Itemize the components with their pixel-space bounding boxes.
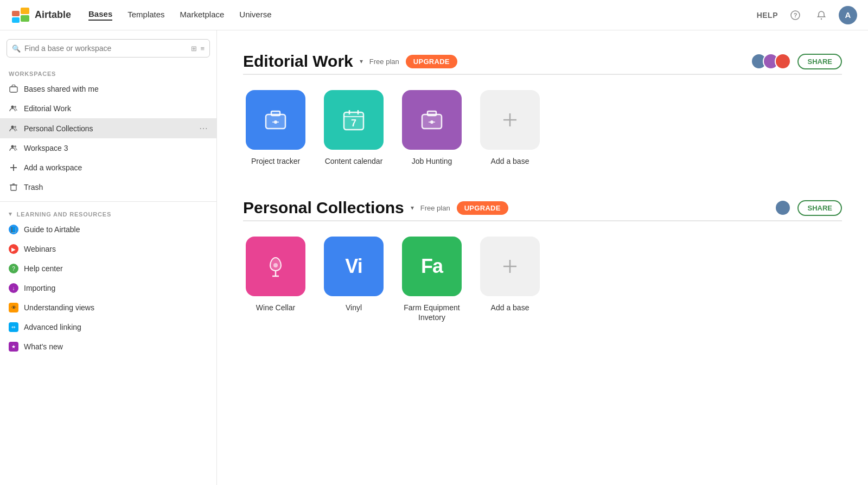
sidebar-item-importing[interactable]: ↓ Importing [0, 278, 216, 298]
base-card-icon-vinyl: Vi [324, 237, 384, 296]
base-card-icon-job-hunting [402, 90, 462, 150]
learning-item-label: Importing [24, 284, 55, 292]
people-icon [9, 124, 18, 133]
svg-rect-7 [10, 87, 17, 92]
workspaces-header: WORKSPACES [0, 66, 216, 79]
base-card-vinyl[interactable]: Vi Vinyl [321, 237, 386, 322]
base-card-label: Wine Cellar [256, 303, 295, 312]
free-plan-badge: Free plan [420, 204, 450, 212]
nav-marketplace[interactable]: Marketplace [180, 10, 225, 20]
svg-rect-1 [21, 8, 29, 14]
section-divider [243, 74, 842, 75]
base-card-add-personal[interactable]: Add a base [477, 237, 542, 322]
workspace-dropdown-icon[interactable]: ▾ [411, 204, 414, 212]
search-input[interactable] [7, 39, 210, 58]
personal-collections-header: Personal Collections ▾ Free plan UPGRADE… [243, 199, 842, 217]
avatar [775, 53, 791, 69]
workspace-dropdown-icon[interactable]: ▾ [360, 58, 363, 65]
search-icon: 🔍 [12, 44, 21, 53]
logo[interactable]: Airtable [11, 5, 71, 25]
sidebar-item-whats-new[interactable]: ★ What's new [0, 337, 216, 356]
sidebar-item-webinars[interactable]: ▶ Webinars [0, 239, 216, 259]
nav-links: Bases Templates Marketplace Universe [88, 9, 739, 21]
base-card-farm-equipment[interactable]: Fa Farm Equipment Invetory [399, 237, 464, 322]
avatar-group [751, 53, 791, 69]
importing-icon: ↓ [9, 283, 18, 293]
sidebar-item-label: Editorial Work [24, 104, 208, 113]
upgrade-button[interactable]: UPGRADE [406, 55, 457, 68]
sidebar-item-guide[interactable]: 📘 Guide to Airtable [0, 220, 216, 239]
grid-view-icon[interactable]: ⊞ [191, 44, 197, 53]
topnav-right: HELP ? A [757, 6, 857, 24]
svg-rect-20 [271, 111, 280, 116]
sidebar-item-add-workspace[interactable]: Add a workspace [0, 158, 216, 177]
learning-item-label: Webinars [24, 245, 56, 253]
personal-bases-grid: Wine Cellar Vi Vinyl Fa Farm Equipment I… [243, 237, 842, 322]
learning-header[interactable]: ▾ LEARNING AND RESOURCES [0, 206, 216, 220]
sidebar-item-label: Personal Collections [24, 124, 194, 133]
sidebar-divider [0, 201, 216, 202]
sidebar-item-views[interactable]: 👁 Understanding views [0, 298, 216, 317]
sidebar-item-linking[interactable]: ⇔ Advanced linking [0, 317, 216, 337]
sidebar-item-personal-collections[interactable]: Personal Collections ⋯ [0, 118, 216, 138]
base-card-label: Add a base [491, 156, 529, 166]
whats-new-icon: ★ [9, 342, 18, 352]
base-card-wine-cellar[interactable]: Wine Cellar [243, 237, 308, 322]
base-card-content-calendar[interactable]: 7 Content calendar [321, 90, 386, 166]
sidebar-item-help[interactable]: ? Help center [0, 259, 216, 278]
base-initial: Fa [421, 255, 443, 278]
share-button[interactable]: SHARE [797, 200, 842, 216]
help-icon-button[interactable]: ? [787, 7, 804, 24]
sidebar-item-trash[interactable]: Trash [0, 177, 216, 197]
sidebar-item-label: Bases shared with me [24, 85, 208, 93]
base-card-label: Job Hunting [412, 156, 452, 166]
user-avatar[interactable]: A [839, 6, 857, 24]
sidebar-item-bases-shared[interactable]: Bases shared with me [0, 79, 216, 99]
share-icon [9, 84, 18, 94]
sidebar-item-label: Add a workspace [24, 163, 208, 172]
sidebar-item-editorial-work[interactable]: Editorial Work [0, 99, 216, 118]
guide-icon: 📘 [9, 225, 18, 234]
nav-universe[interactable]: Universe [239, 10, 271, 20]
nav-bases[interactable]: Bases [88, 9, 112, 21]
app-body: 🔍 ⊞ ≡ WORKSPACES Bases shared with me Ed… [0, 30, 868, 485]
trash-icon [9, 182, 18, 192]
base-card-project-tracker[interactable]: Project tracker [243, 90, 308, 166]
base-card-job-hunting[interactable]: Job Hunting [399, 90, 464, 166]
editorial-bases-grid: Project tracker 7 Content calendar [243, 90, 842, 166]
svg-point-12 [11, 145, 14, 148]
nav-templates[interactable]: Templates [127, 10, 164, 20]
free-plan-badge: Free plan [369, 58, 399, 66]
learning-item-label: Help center [24, 264, 63, 273]
search-container: 🔍 ⊞ ≡ [7, 39, 210, 58]
personal-collections-title: Personal Collections [243, 199, 404, 217]
workspace-header-right: SHARE [751, 53, 842, 69]
workspace-header-right: SHARE [775, 200, 842, 216]
people-icon [9, 104, 18, 113]
notifications-icon-button[interactable] [813, 7, 830, 24]
more-options-icon[interactable]: ⋯ [199, 123, 208, 133]
base-card-add-editorial[interactable]: Add a base [477, 90, 542, 166]
sidebar: 🔍 ⊞ ≡ WORKSPACES Bases shared with me Ed… [0, 30, 217, 485]
logo-text: Airtable [35, 9, 71, 21]
svg-point-6 [821, 18, 822, 19]
base-card-icon-farm-equipment: Fa [402, 237, 462, 296]
plus-icon [9, 163, 18, 173]
svg-text:7: 7 [351, 118, 356, 129]
sidebar-item-workspace3[interactable]: Workspace 3 [0, 138, 216, 158]
help-icon: ? [9, 264, 18, 273]
add-base-icon [480, 90, 540, 150]
base-card-label: Content calendar [325, 156, 383, 166]
svg-rect-16 [11, 185, 16, 190]
svg-rect-2 [12, 17, 20, 23]
svg-rect-30 [427, 111, 436, 116]
base-card-label: Project tracker [251, 156, 300, 166]
upgrade-button[interactable]: UPGRADE [457, 201, 508, 215]
add-base-icon [480, 237, 540, 296]
views-icon: 👁 [9, 303, 18, 312]
chevron-down-icon: ▾ [9, 210, 12, 218]
svg-point-38 [273, 263, 278, 267]
share-button[interactable]: SHARE [797, 54, 842, 69]
list-view-icon[interactable]: ≡ [200, 44, 205, 53]
linking-icon: ⇔ [9, 322, 18, 332]
